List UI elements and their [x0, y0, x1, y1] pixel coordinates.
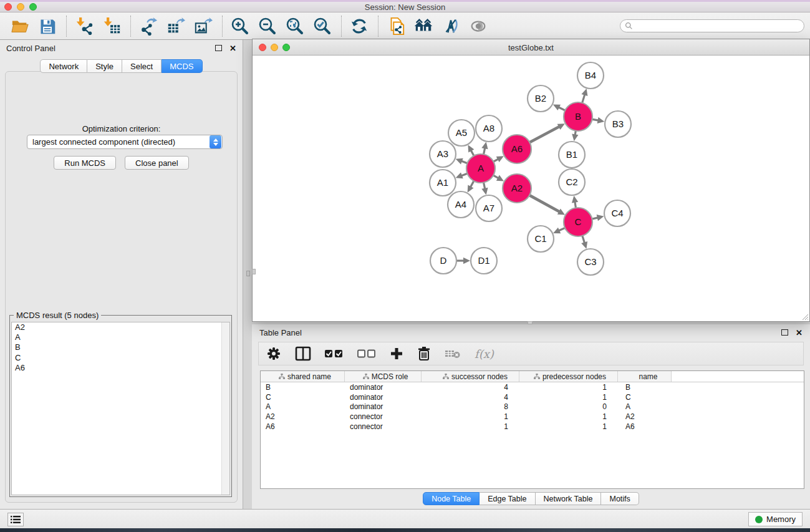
show-columns-icon[interactable] — [295, 344, 311, 363]
table-cell[interactable]: 1 — [519, 393, 618, 402]
column-header-successor-nodes[interactable]: successor nodes — [422, 371, 519, 382]
column-header-name[interactable]: name — [618, 371, 672, 382]
table-cell[interactable]: 1 — [422, 412, 519, 421]
import-table-icon[interactable] — [100, 15, 123, 37]
table-cell[interactable]: 4 — [422, 383, 519, 392]
close-table-panel-icon[interactable]: ✕ — [796, 328, 803, 337]
edge-arrowhead — [463, 258, 470, 264]
export-network-icon[interactable] — [137, 15, 160, 37]
zoom-selected-icon[interactable] — [311, 15, 334, 37]
table-row[interactable]: Cdominator41C — [261, 392, 804, 402]
criterion-select[interactable]: largest connected component (directed) — [27, 135, 223, 149]
search-icon — [625, 22, 633, 30]
tab-style[interactable]: Style — [87, 59, 122, 73]
table-row[interactable]: A6connector11A6 — [261, 422, 804, 432]
mcds-result-list[interactable]: A2ABCA6 — [11, 322, 230, 495]
table-cell[interactable]: 4 — [422, 393, 519, 402]
run-mcds-button[interactable]: Run MCDS — [54, 156, 116, 170]
add-column-icon[interactable] — [390, 344, 403, 363]
edge-A6-B[interactable] — [529, 127, 560, 143]
table-row[interactable]: Bdominator41B — [261, 382, 804, 392]
table-cell[interactable]: A6 — [618, 422, 672, 431]
canvas-splitter-grip[interactable] — [252, 269, 256, 274]
mcds-result-item[interactable]: A2 — [12, 322, 229, 332]
table-cell[interactable]: B — [261, 383, 345, 392]
table-cell[interactable]: C — [618, 393, 672, 402]
scrollbar-track[interactable] — [221, 322, 229, 495]
tab-motifs[interactable]: Motifs — [601, 492, 639, 505]
table-cell[interactable]: 1 — [519, 383, 618, 392]
show-hide-panel-eye-icon[interactable] — [467, 15, 489, 37]
table-cell[interactable]: A — [618, 402, 672, 411]
table-cell[interactable]: 0 — [519, 402, 618, 411]
tab-network[interactable]: Network — [40, 59, 87, 73]
column-header-MCDS-role[interactable]: MCDS role — [345, 371, 422, 382]
tab-mcds[interactable]: MCDS — [162, 59, 202, 73]
import-network-icon[interactable] — [73, 15, 95, 37]
zoom-out-icon[interactable] — [256, 15, 279, 37]
table-cell[interactable]: connector — [345, 412, 422, 421]
export-table-icon[interactable] — [165, 15, 187, 37]
refresh-layout-icon[interactable] — [348, 15, 370, 37]
table-cell[interactable]: 1 — [519, 412, 618, 421]
delete-table-icon[interactable] — [445, 344, 461, 363]
mcds-result-item[interactable]: C — [12, 353, 229, 363]
table-cell[interactable]: 1 — [422, 422, 519, 431]
memory-status-icon — [755, 516, 763, 523]
column-header-predecessor-nodes[interactable]: predecessor nodes — [519, 371, 618, 382]
table-cell[interactable]: A2 — [618, 412, 672, 421]
network-graph[interactable]: B4B2BB3A8A5A6A3B1AC2A1A2A4A7C4CC1DD1C3 — [253, 56, 809, 321]
close-panel-button[interactable]: Close panel — [125, 156, 189, 170]
zoom-fit-icon[interactable] — [284, 15, 306, 37]
table-cell[interactable]: A2 — [261, 412, 345, 421]
node-label: A7 — [483, 203, 494, 213]
table-cell[interactable]: connector — [345, 422, 422, 431]
open-file-icon[interactable] — [9, 15, 31, 37]
mcds-result-item[interactable]: A6 — [12, 363, 229, 373]
table-row[interactable]: A2connector11A2 — [261, 412, 804, 422]
select-all-checkboxes-icon[interactable] — [325, 344, 344, 363]
mcds-result-item[interactable]: B — [12, 342, 229, 352]
table-cell[interactable]: 1 — [519, 422, 618, 431]
float-panel-icon[interactable] — [215, 45, 222, 51]
table-cell[interactable]: dominator — [345, 402, 422, 411]
search-field[interactable] — [620, 19, 804, 32]
column-header-shared-name[interactable]: shared name — [261, 371, 345, 382]
table-cell[interactable]: C — [261, 393, 345, 402]
delete-column-trash-icon[interactable] — [417, 344, 431, 363]
home-gravity-icon[interactable] — [412, 15, 435, 37]
network-canvas[interactable]: B4B2BB3A8A5A6A3B1AC2A1A2A4A7C4CC1DD1C3 — [253, 56, 809, 321]
hide-graphics-details-icon[interactable] — [440, 15, 462, 37]
mcds-result-item[interactable]: A — [12, 332, 229, 342]
zoom-in-icon[interactable] — [229, 15, 251, 37]
control-panel: Control Panel ✕ Network Style Select MCD… — [0, 40, 243, 509]
new-network-from-selection-icon[interactable] — [385, 15, 407, 37]
save-session-icon[interactable] — [36, 15, 59, 37]
vertical-splitter-handle[interactable] — [246, 271, 250, 276]
table-cell[interactable]: dominator — [345, 383, 422, 392]
deselect-all-checkboxes-icon[interactable] — [357, 344, 376, 363]
float-table-panel-icon[interactable] — [781, 329, 788, 336]
tab-select[interactable]: Select — [122, 59, 162, 73]
table-cell[interactable]: A — [261, 402, 345, 411]
window-resize-grip[interactable] — [801, 313, 809, 321]
table-row[interactable]: Adominator80A — [261, 402, 804, 412]
tab-edge-table[interactable]: Edge Table — [480, 492, 535, 505]
search-input[interactable] — [633, 22, 804, 31]
task-history-button[interactable] — [7, 513, 24, 526]
tab-network-table[interactable]: Network Table — [536, 492, 602, 505]
network-window-titlebar[interactable]: testGlobe.txt — [253, 39, 809, 56]
table-tabs: Node Table Edge Table Network Table Moti… — [252, 492, 810, 505]
table-cell[interactable]: A6 — [261, 422, 345, 431]
close-panel-icon[interactable]: ✕ — [229, 44, 236, 53]
table-cell[interactable]: dominator — [345, 393, 422, 402]
tab-node-table[interactable]: Node Table — [423, 492, 480, 505]
table-cell[interactable]: 8 — [422, 402, 519, 411]
function-builder-icon[interactable]: f(x) — [475, 344, 494, 363]
export-image-icon[interactable] — [192, 15, 215, 37]
table-cell[interactable]: B — [618, 383, 672, 392]
column-settings-gear-icon[interactable] — [266, 344, 281, 363]
horizontal-splitter-handle[interactable] — [528, 321, 533, 324]
memory-button[interactable]: Memory — [748, 512, 803, 526]
edge-A2-C[interactable] — [528, 195, 559, 212]
